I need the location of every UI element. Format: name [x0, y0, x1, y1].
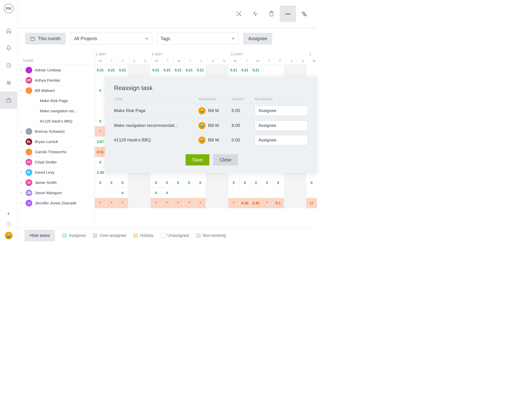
- timeline-cell[interactable]: 0: [273, 178, 284, 188]
- person-row[interactable]: APAshya Parsley: [17, 75, 94, 85]
- timeline-cell[interactable]: [95, 96, 106, 106]
- timeline-cell[interactable]: [128, 188, 139, 198]
- timeline-cell[interactable]: 9.1: [273, 198, 284, 208]
- timeline-cell[interactable]: [95, 188, 106, 198]
- timeline-cell[interactable]: [284, 178, 295, 188]
- period-filter[interactable]: This month: [25, 33, 66, 45]
- timeline-cell[interactable]: 4: [150, 188, 162, 198]
- timeline-cell[interactable]: 0: [117, 178, 128, 188]
- nav-recent[interactable]: [0, 57, 17, 74]
- timeline-cell[interactable]: 0.21: [184, 65, 195, 75]
- timeline-cell[interactable]: [128, 65, 139, 75]
- nav-portfolio[interactable]: [0, 92, 17, 109]
- timeline-cell[interactable]: 0.21: [150, 65, 162, 75]
- timeline-cell[interactable]: 2.67: [95, 137, 106, 147]
- timeline-cell[interactable]: *: [228, 198, 239, 208]
- timeline-cell[interactable]: [95, 106, 106, 116]
- task-row[interactable]: #1129 Hank's BBQ: [17, 116, 94, 126]
- timeline-cell[interactable]: [284, 65, 295, 75]
- timeline-cell[interactable]: [273, 188, 284, 198]
- reassign-select[interactable]: Assignee: [255, 106, 308, 116]
- reassign-select[interactable]: Assignee: [255, 120, 308, 131]
- close-button[interactable]: Close: [213, 154, 238, 166]
- timeline-cell[interactable]: 0.21: [239, 65, 251, 75]
- timeline-cell[interactable]: [295, 65, 306, 75]
- assignee-filter[interactable]: Assignee: [243, 33, 272, 45]
- timeline-cell[interactable]: 17: [306, 198, 317, 208]
- timeline-cell[interactable]: *: [262, 198, 273, 208]
- timeline-cell[interactable]: 0.21: [250, 65, 262, 75]
- view-activity[interactable]: [247, 6, 263, 22]
- timeline-cell[interactable]: 4: [161, 188, 173, 198]
- timeline-cell[interactable]: [184, 188, 195, 198]
- timeline-cell[interactable]: [139, 188, 150, 198]
- timeline-cell[interactable]: [139, 65, 150, 75]
- timeline-cell[interactable]: [128, 178, 139, 188]
- timeline-cell[interactable]: 0: [95, 178, 106, 188]
- timeline-cell[interactable]: [95, 75, 106, 85]
- timeline-cell[interactable]: 0: [173, 178, 184, 188]
- timeline-cell[interactable]: 0.21: [95, 65, 106, 75]
- timeline-cell[interactable]: [217, 65, 228, 75]
- nav-home[interactable]: [0, 22, 17, 39]
- timeline-cell[interactable]: *: [173, 198, 184, 208]
- current-user-avatar[interactable]: [5, 232, 13, 239]
- view-gantt[interactable]: [296, 6, 312, 22]
- person-row[interactable]: CSChad Stutler: [17, 157, 94, 167]
- timeline-cell[interactable]: 0: [250, 178, 262, 188]
- person-row[interactable]: Brenna Schwartz: [17, 126, 94, 137]
- view-scan[interactable]: [231, 6, 247, 22]
- view-workload[interactable]: [280, 6, 296, 22]
- save-button[interactable]: Save: [186, 154, 209, 166]
- timeline-cell[interactable]: [128, 198, 139, 208]
- person-row[interactable]: Adrian Lindsay: [17, 65, 94, 75]
- timeline-cell[interactable]: [139, 178, 150, 188]
- timeline-cell[interactable]: 0.21: [195, 65, 206, 75]
- timeline-cell[interactable]: [217, 178, 228, 188]
- timeline-cell[interactable]: [262, 65, 273, 75]
- timeline-cell[interactable]: 0: [184, 178, 195, 188]
- timeline-cell[interactable]: 0: [106, 178, 117, 188]
- nav-team[interactable]: [0, 74, 17, 92]
- timeline-cell[interactable]: [139, 198, 150, 208]
- timeline-cell[interactable]: *: [184, 198, 195, 208]
- timeline-cell[interactable]: [173, 188, 184, 198]
- timeline-cell[interactable]: [306, 188, 317, 198]
- person-row[interactable]: JJJennifer Jones (Sample: [17, 198, 94, 208]
- timeline-cell[interactable]: 4: [117, 188, 128, 198]
- timeline-cell[interactable]: [206, 188, 217, 198]
- timeline-cell[interactable]: 0: [95, 85, 106, 96]
- timeline-cell[interactable]: [206, 178, 217, 188]
- hide-tasks-button[interactable]: Hide tasks: [25, 230, 55, 241]
- person-row[interactable]: Bill Malsam: [17, 85, 94, 96]
- person-row[interactable]: BLBryan Larrick: [17, 137, 94, 147]
- timeline-cell[interactable]: 0: [239, 178, 251, 188]
- projects-filter[interactable]: All Projects: [70, 33, 152, 45]
- timeline-cell[interactable]: 8.35: [239, 198, 251, 208]
- timeline-cell[interactable]: *: [117, 198, 128, 208]
- timeline-cell[interactable]: [206, 65, 217, 75]
- timeline-cell[interactable]: [239, 188, 251, 198]
- timeline-cell[interactable]: [195, 188, 206, 198]
- tags-filter[interactable]: Tags: [157, 33, 239, 45]
- timeline-cell[interactable]: 0: [228, 178, 239, 188]
- timeline-cell[interactable]: 0.21: [106, 65, 117, 75]
- person-row[interactable]: JMJason Mangum: [17, 188, 94, 198]
- timeline-cell[interactable]: [273, 65, 284, 75]
- view-board[interactable]: [263, 6, 280, 22]
- timeline-cell[interactable]: *: [106, 198, 117, 208]
- help-button[interactable]: ?: [6, 222, 12, 227]
- timeline-cell[interactable]: [295, 178, 306, 188]
- timeline-cell[interactable]: *: [95, 198, 106, 208]
- timeline-cell[interactable]: 0: [95, 157, 106, 167]
- person-row[interactable]: Camilo Tristancho: [17, 147, 94, 157]
- timeline-cell[interactable]: 0.21: [117, 65, 128, 75]
- timeline-cell[interactable]: *: [150, 198, 162, 208]
- timeline-cell[interactable]: [217, 198, 228, 208]
- timeline-cell[interactable]: [217, 188, 228, 198]
- add-button[interactable]: +: [7, 206, 10, 222]
- timeline-cell[interactable]: [284, 188, 295, 198]
- nav-notifications[interactable]: [0, 39, 17, 57]
- person-row[interactable]: JSJamie Smith: [17, 178, 94, 188]
- timeline-cell[interactable]: [206, 198, 217, 208]
